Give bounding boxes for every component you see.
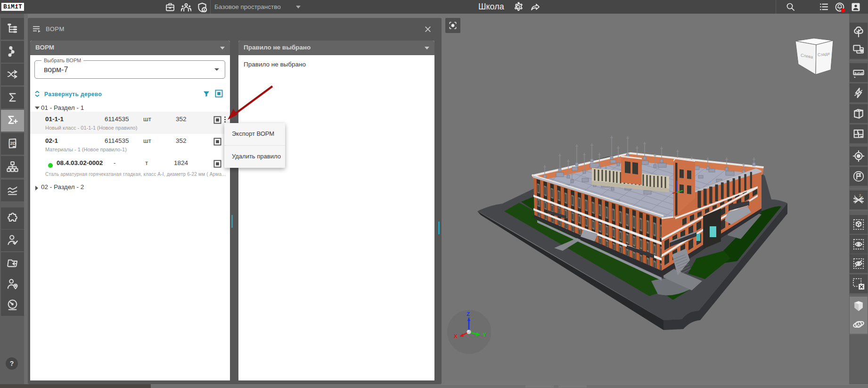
svg-text:Z: Z — [467, 311, 470, 317]
svg-text:2D: 2D — [10, 140, 16, 146]
svg-text:2: 2 — [859, 194, 861, 197]
svg-text:Y: Y — [483, 332, 486, 338]
svg-text:1: 1 — [854, 195, 856, 198]
svg-text:X: X — [454, 333, 458, 339]
